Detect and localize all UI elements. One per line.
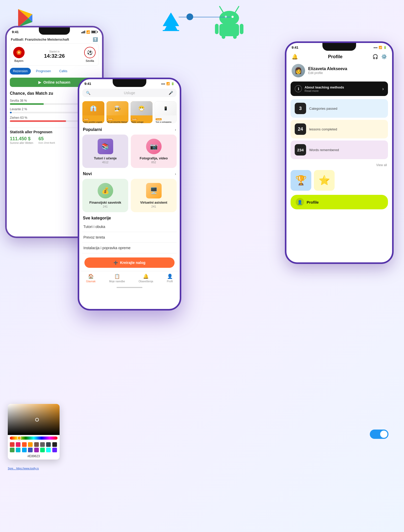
plus-icon: ➕: [113, 261, 118, 265]
swatch-light-blue[interactable]: [22, 448, 27, 452]
swatch-indigo[interactable]: [28, 448, 33, 452]
orders-icon: 📋: [114, 273, 120, 279]
nav-profil[interactable]: 👤 Profil: [167, 273, 173, 283]
swatch-pink[interactable]: [16, 442, 20, 447]
swatch-brown[interactable]: [34, 442, 39, 447]
swatch-red[interactable]: [10, 442, 15, 447]
novi-card-virtuelni[interactable]: 🖥️ Virtuelni asistent 241: [131, 179, 177, 212]
profile-tab-icon: 👤: [296, 198, 304, 206]
stat-bets: 111.450 $ Summe aller Wetten: [10, 136, 33, 144]
color-gradient[interactable]: [8, 404, 60, 435]
profile-tab-label: Profile: [307, 200, 319, 204]
svg-rect-10: [219, 24, 239, 36]
popular-chevron[interactable]: ›: [175, 128, 176, 132]
android-icon: [212, 3, 246, 39]
tab-rezension[interactable]: Rezension: [10, 68, 31, 75]
color-selector-dot[interactable]: [35, 418, 39, 422]
time-middle: 9:41: [84, 82, 91, 86]
phone-left-header: Fußball: Französische Meisterschaft ⬆️: [7, 35, 102, 43]
service-card-4[interactable]: 📱 Toolly Sve o uslugama: [155, 101, 177, 123]
section-novi-header: Novi ›: [79, 169, 180, 177]
match-info: Startet in 14:32:26: [44, 50, 65, 59]
countdown: 14:32:26: [44, 53, 65, 59]
swatch-gray[interactable]: [40, 442, 45, 447]
swatch-black[interactable]: [52, 442, 57, 447]
category-instalacija[interactable]: Instalacija i popravka opreme: [82, 243, 177, 253]
stats-grid: 3 Categories passed 24 lessons completed…: [291, 99, 388, 159]
google-play-icon: [16, 8, 36, 28]
mic-icon[interactable]: 🎤: [169, 91, 173, 95]
tab-prognosen[interactable]: Prognosen: [33, 68, 54, 75]
category-tutori[interactable]: Tutori i obuka: [82, 221, 177, 232]
time-right: 9:41: [292, 46, 298, 49]
svg-point-7: [219, 11, 239, 25]
swatch-cyan[interactable]: [16, 448, 20, 452]
stat-words: 234 Words remembered: [291, 141, 388, 159]
time-left: 9:41: [12, 30, 19, 34]
swatch-bright-cyan[interactable]: [46, 448, 51, 452]
user-edit-link[interactable]: Edit profile: [308, 71, 347, 75]
notch-right: [322, 43, 356, 51]
user-info: 👩 Elizaveta Alekseeva Edit profile: [286, 62, 392, 80]
profile-tab-button[interactable]: 👤 Profile: [291, 195, 388, 209]
swatch-orange-red[interactable]: [22, 442, 27, 447]
team-left: 🏵️ Bayern: [13, 47, 25, 62]
tab-cafes[interactable]: Cafés: [56, 68, 70, 75]
service-card-3[interactable]: 😷 Toolly Naše usluge: [131, 101, 153, 123]
popular-cards: 📚 Tutori i učenje 4512 📷 Fotografija, vi…: [79, 133, 180, 169]
notch-left: [39, 27, 70, 35]
user-avatar[interactable]: 👩: [292, 64, 305, 77]
section-categories-header: Sve kategorije: [79, 214, 180, 220]
swatch-dark-gray[interactable]: [46, 442, 51, 447]
svg-rect-11: [215, 24, 219, 34]
search-bar[interactable]: 🔍 Usluge 🎤: [82, 89, 177, 97]
teaching-banner[interactable]: ℹ About teaching methods Read more ›: [291, 82, 388, 96]
profile-title: Profile: [328, 54, 342, 60]
color-hex-value: #E89623: [8, 453, 60, 460]
swatch-orange[interactable]: [28, 442, 33, 447]
team-left-name: Bayern: [15, 59, 24, 62]
banner-arrow: ›: [382, 86, 384, 92]
bell-icon-profile[interactable]: 🔔: [292, 54, 298, 60]
novi-card-finansijski[interactable]: 💰 Finansijski savetnik 241: [82, 179, 128, 212]
search-icon: 🔍: [86, 91, 90, 95]
category-list: Tutori i obuka Prevoz tereta Instalacija…: [79, 220, 180, 254]
bottom-url-text: Spre... https://www.toolly.rs: [8, 467, 39, 470]
nav-obavestenja[interactable]: 🔔 Obaveštenja: [139, 273, 153, 283]
profile-icon-nav: 👤: [167, 273, 173, 279]
svg-point-9: [232, 16, 234, 18]
match-card: 🏵️ Bayern Startet in 14:32:26 ⚽ Sevil: [10, 43, 99, 66]
stat-lessons: 24 lessons completed: [291, 120, 388, 138]
hue-indicator[interactable]: [17, 436, 21, 440]
nav-glavnak[interactable]: 🏠 Glavnak: [86, 273, 96, 283]
nav-naredbe[interactable]: 📋 Moje naredbe: [109, 273, 125, 283]
create-account-button[interactable]: ➕ Kreirajte nalog: [84, 257, 175, 268]
swatch-green[interactable]: [10, 448, 15, 452]
search-placeholder: Usluge: [92, 91, 167, 95]
swatch-bright-green[interactable]: [40, 448, 45, 452]
popular-card-tutori[interactable]: 📚 Tutori i učenje 4512: [82, 135, 128, 168]
profile-action-icons: 🎧 ⚙️: [372, 54, 387, 60]
service-card-2[interactable]: 👩‍🍳 Toolly Ne preskačite Nalozi: [106, 101, 128, 123]
phone-right: 9:41 ▪▪▪▪ 📶 🔋 🔔 Profile 🎧 ⚙️ 👩 Elizaveta…: [285, 41, 394, 264]
service-card-1[interactable]: 👔 Toolly Kako postici uspeh: [82, 101, 104, 123]
deco-dot: [186, 13, 193, 20]
toggle-switch[interactable]: [370, 430, 388, 439]
appstore-icon: [158, 10, 184, 36]
headphones-icon[interactable]: 🎧: [372, 54, 378, 60]
swatch-purple[interactable]: [34, 448, 39, 452]
profile-header: 🔔 Profile 🎧 ⚙️: [286, 50, 392, 62]
svg-rect-12: [240, 24, 243, 34]
popular-card-foto[interactable]: 📷 Fotografija, video 852: [131, 135, 177, 168]
hue-bar[interactable]: [10, 437, 57, 440]
svg-line-5: [220, 6, 223, 12]
share-icon[interactable]: ⬆️: [93, 37, 98, 42]
swatch-deep-purple[interactable]: [52, 448, 57, 452]
color-swatches: [8, 441, 60, 453]
notch-middle: [113, 79, 146, 87]
svg-rect-13: [222, 35, 225, 39]
novi-chevron[interactable]: ›: [175, 172, 176, 176]
settings-icon[interactable]: ⚙️: [381, 54, 387, 60]
category-prevoz[interactable]: Prevoz tereta: [82, 232, 177, 243]
view-all-link[interactable]: View all: [286, 162, 392, 168]
